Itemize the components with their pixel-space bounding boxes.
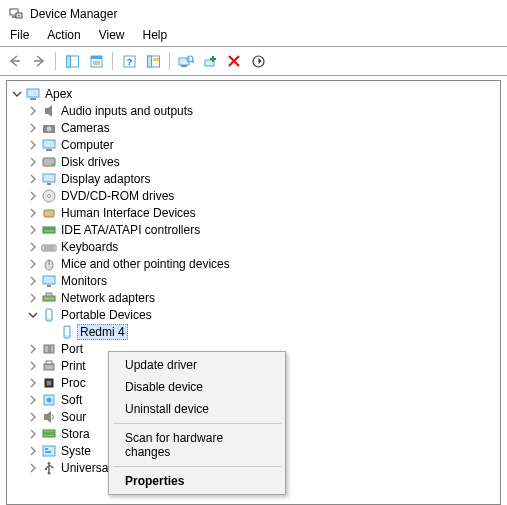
chevron-down-icon[interactable] xyxy=(11,88,23,100)
menu-file[interactable]: File xyxy=(10,28,29,42)
tree-node[interactable]: Display adaptors xyxy=(7,170,500,187)
tree-node-label: Keyboards xyxy=(61,240,118,254)
chevron-right-icon[interactable] xyxy=(27,156,39,168)
svg-point-3 xyxy=(18,15,20,17)
svg-rect-13 xyxy=(147,56,151,67)
chevron-down-icon[interactable] xyxy=(27,309,39,321)
chevron-right-icon[interactable] xyxy=(27,411,39,423)
svg-rect-59 xyxy=(43,430,55,433)
chevron-right-icon[interactable] xyxy=(27,258,39,270)
tree-node[interactable]: Network adapters xyxy=(7,289,500,306)
tree-node[interactable]: DVD/CD-ROM drives xyxy=(7,187,500,204)
tree-node-label: Soft xyxy=(61,393,82,407)
chevron-right-icon[interactable] xyxy=(27,462,39,474)
cd-icon xyxy=(41,188,57,204)
svg-rect-60 xyxy=(43,434,55,437)
svg-point-25 xyxy=(47,126,52,131)
keyboard-icon xyxy=(41,239,57,255)
add-legacy-button[interactable] xyxy=(199,50,221,72)
tree-root[interactable]: Apex xyxy=(7,85,500,102)
back-button[interactable] xyxy=(4,50,26,72)
chevron-right-icon[interactable] xyxy=(27,207,39,219)
chevron-right-icon[interactable] xyxy=(27,292,39,304)
show-hide-tree-button[interactable] xyxy=(61,50,83,72)
menu-view[interactable]: View xyxy=(99,28,125,42)
tree-node-label: IDE ATA/ATAPI controllers xyxy=(61,223,200,237)
svg-point-33 xyxy=(48,194,51,197)
uninstall-button[interactable] xyxy=(223,50,245,72)
chevron-right-icon[interactable] xyxy=(27,241,39,253)
tree-device-selected[interactable]: Redmi 4 xyxy=(7,323,500,340)
help-button[interactable]: ? xyxy=(118,50,140,72)
svg-rect-44 xyxy=(43,296,55,301)
tree-node-label: Computer xyxy=(61,138,114,152)
software-icon xyxy=(41,392,57,408)
cm-disable-device[interactable]: Disable device xyxy=(111,376,283,398)
title-bar: Device Manager xyxy=(0,0,507,26)
svg-rect-42 xyxy=(43,276,55,284)
chevron-right-icon[interactable] xyxy=(27,343,39,355)
tree-node-label: Stora xyxy=(61,427,90,441)
svg-rect-63 xyxy=(45,451,51,453)
chevron-right-icon[interactable] xyxy=(27,377,39,389)
chevron-right-icon[interactable] xyxy=(27,190,39,202)
cm-scan-hardware[interactable]: Scan for hardware changes xyxy=(111,427,283,463)
display-icon xyxy=(41,171,57,187)
chevron-right-icon[interactable] xyxy=(27,394,39,406)
chevron-right-icon[interactable] xyxy=(27,173,39,185)
tree-node[interactable]: Keyboards xyxy=(7,238,500,255)
svg-rect-21 xyxy=(27,89,39,97)
usb-icon xyxy=(41,460,57,476)
scan-hardware-button[interactable] xyxy=(175,50,197,72)
chevron-right-icon[interactable] xyxy=(27,224,39,236)
disable-button[interactable] xyxy=(247,50,269,72)
ports-icon xyxy=(41,341,57,357)
tree-node[interactable]: Disk drives xyxy=(7,153,500,170)
chevron-right-icon[interactable] xyxy=(27,360,39,372)
tree-node[interactable]: Portable Devices xyxy=(7,306,500,323)
svg-rect-55 xyxy=(47,381,51,385)
chevron-right-icon[interactable] xyxy=(27,445,39,457)
action-button[interactable] xyxy=(142,50,164,72)
properties-button[interactable] xyxy=(85,50,107,72)
tree-root-label: Apex xyxy=(45,87,72,101)
ide-icon xyxy=(41,222,57,238)
chevron-right-icon[interactable] xyxy=(27,139,39,151)
hid-icon xyxy=(41,205,57,221)
cm-update-driver[interactable]: Update driver xyxy=(111,354,283,376)
svg-rect-62 xyxy=(45,448,48,450)
tree-node[interactable]: Mice and other pointing devices xyxy=(7,255,500,272)
system-icon xyxy=(41,443,57,459)
forward-button[interactable] xyxy=(28,50,50,72)
svg-rect-1 xyxy=(12,16,16,18)
tree-node-label: Audio inputs and outputs xyxy=(61,104,193,118)
tree-node[interactable]: Audio inputs and outputs xyxy=(7,102,500,119)
svg-rect-5 xyxy=(66,56,70,67)
chevron-right-icon[interactable] xyxy=(27,105,39,117)
toolbar-separator xyxy=(112,52,113,70)
menu-action[interactable]: Action xyxy=(47,28,80,42)
svg-rect-47 xyxy=(47,310,51,318)
tree-node[interactable]: Human Interface Devices xyxy=(7,204,500,221)
cm-uninstall-device[interactable]: Uninstall device xyxy=(111,398,283,420)
tree-node[interactable]: Computer xyxy=(7,136,500,153)
toolbar-separator xyxy=(169,52,170,70)
tree-node[interactable]: IDE ATA/ATAPI controllers xyxy=(7,221,500,238)
svg-rect-43 xyxy=(47,285,51,287)
speaker-icon xyxy=(41,103,57,119)
cm-separator xyxy=(113,423,281,424)
svg-rect-22 xyxy=(30,98,36,100)
tree-node-label: Network adapters xyxy=(61,291,155,305)
cm-properties[interactable]: Properties xyxy=(111,470,283,492)
tree-node[interactable]: Cameras xyxy=(7,119,500,136)
chevron-right-icon[interactable] xyxy=(27,275,39,287)
tree-node-label: Disk drives xyxy=(61,155,120,169)
svg-rect-16 xyxy=(181,65,187,67)
tree-node-label: Syste xyxy=(61,444,91,458)
menu-help[interactable]: Help xyxy=(143,28,168,42)
chevron-right-icon[interactable] xyxy=(27,122,39,134)
tree-node[interactable]: Monitors xyxy=(7,272,500,289)
svg-rect-23 xyxy=(45,108,48,114)
svg-rect-49 xyxy=(65,327,69,335)
chevron-right-icon[interactable] xyxy=(27,428,39,440)
